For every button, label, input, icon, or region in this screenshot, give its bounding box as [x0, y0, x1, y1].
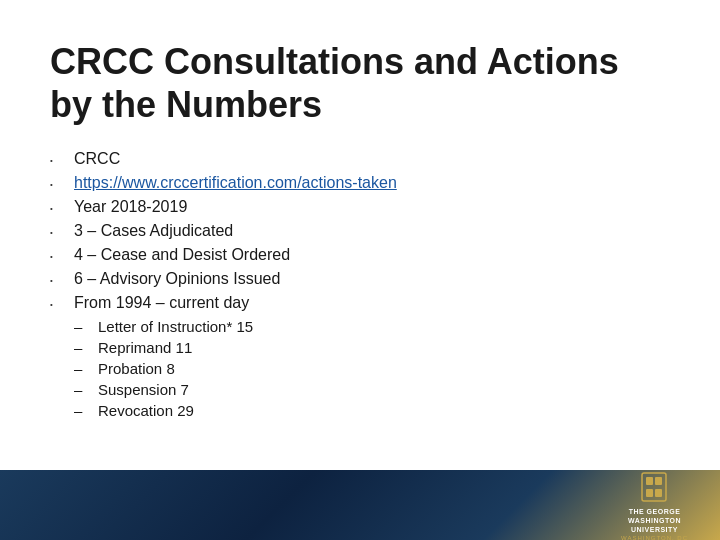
sub-bullet-text: Letter of Instruction* 15	[98, 318, 253, 335]
sub-item-letter: – Letter of Instruction* 15	[74, 318, 670, 335]
university-name: THE GEORGEWASHINGTONUNIVERSITY	[628, 507, 681, 534]
bullet-text: From 1994 – current day	[74, 294, 249, 312]
bullet-item-cease: • 4 – Cease and Desist Ordered	[50, 246, 670, 264]
sub-bullet-text: Revocation 29	[98, 402, 194, 419]
crcc-link[interactable]: https://www.crccertification.com/actions…	[74, 174, 397, 192]
bullet-item-from1994: • From 1994 – current day	[50, 294, 670, 312]
bullet-dot: •	[50, 228, 68, 237]
bullet-dot: •	[50, 204, 68, 213]
university-location: WASHINGTON, DC	[621, 535, 688, 540]
sub-item-reprimand: – Reprimand 11	[74, 339, 670, 356]
dash-icon: –	[74, 339, 92, 356]
content-area: CRCC Consultations and Actions by the Nu…	[0, 0, 720, 470]
bullet-text: 3 – Cases Adjudicated	[74, 222, 233, 240]
footer: THE GEORGEWASHINGTONUNIVERSITY WASHINGTO…	[0, 470, 720, 540]
sub-item-probation: – Probation 8	[74, 360, 670, 377]
title-line2: by the Numbers	[50, 84, 322, 125]
slide: CRCC Consultations and Actions by the Nu…	[0, 0, 720, 540]
university-logo: THE GEORGEWASHINGTONUNIVERSITY WASHINGTO…	[609, 461, 700, 540]
sub-item-revocation: – Revocation 29	[74, 402, 670, 419]
dash-icon: –	[74, 360, 92, 377]
bullet-text: CRCC	[74, 150, 120, 168]
bullet-dot: •	[50, 252, 68, 261]
bullet-dot: •	[50, 276, 68, 285]
bullet-item-cases: • 3 – Cases Adjudicated	[50, 222, 670, 240]
svg-rect-1	[646, 477, 653, 485]
gw-logo-icon	[636, 469, 672, 505]
dash-icon: –	[74, 402, 92, 419]
bullet-dot: •	[50, 156, 68, 165]
svg-rect-0	[642, 473, 666, 501]
bullet-item-crcc: • CRCC	[50, 150, 670, 168]
slide-title: CRCC Consultations and Actions by the Nu…	[50, 40, 670, 126]
dash-icon: –	[74, 318, 92, 335]
bullet-text: 6 – Advisory Opinions Issued	[74, 270, 280, 288]
sub-bullet-text: Suspension 7	[98, 381, 189, 398]
bullet-item-year: • Year 2018-2019	[50, 198, 670, 216]
main-bullet-list: • CRCC • https://www.crccertification.co…	[50, 150, 670, 312]
bullet-item-advisory: • 6 – Advisory Opinions Issued	[50, 270, 670, 288]
bullet-item-link: • https://www.crccertification.com/actio…	[50, 174, 670, 192]
sub-item-suspension: – Suspension 7	[74, 381, 670, 398]
dash-icon: –	[74, 381, 92, 398]
bullet-dot: •	[50, 300, 68, 309]
sub-bullet-list: – Letter of Instruction* 15 – Reprimand …	[74, 318, 670, 419]
title-line1: CRCC Consultations and Actions	[50, 41, 619, 82]
bullet-dot: •	[50, 180, 68, 189]
bullet-text: Year 2018-2019	[74, 198, 187, 216]
svg-rect-2	[655, 477, 662, 485]
sub-bullet-text: Reprimand 11	[98, 339, 192, 356]
svg-rect-3	[646, 489, 653, 497]
svg-rect-4	[655, 489, 662, 497]
bullet-text: 4 – Cease and Desist Ordered	[74, 246, 290, 264]
sub-bullet-text: Probation 8	[98, 360, 175, 377]
